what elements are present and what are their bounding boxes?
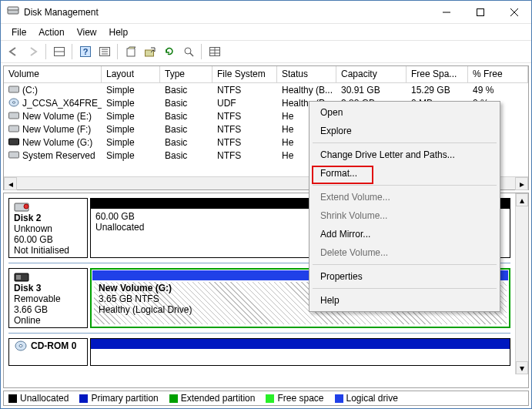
scroll-right-icon[interactable]: ▸ bbox=[515, 177, 528, 190]
menu-action[interactable]: Action bbox=[32, 25, 70, 39]
disk2-size: 60.00 GB bbox=[14, 234, 82, 245]
ctx-extend-volume: Extend Volume... bbox=[311, 188, 498, 206]
cell-layout: Simple bbox=[102, 136, 160, 149]
menu-file[interactable]: File bbox=[5, 25, 32, 39]
close-button[interactable] bbox=[497, 1, 531, 23]
col-percentfree[interactable]: % Free bbox=[468, 66, 528, 82]
cell-type: Basic bbox=[160, 149, 212, 162]
drive-icon bbox=[8, 137, 19, 148]
disk3-info[interactable]: Disk 3 Removable 3.66 GB Online bbox=[8, 268, 88, 328]
cell-pct: 49 % bbox=[468, 83, 528, 96]
cdrom-volume[interactable] bbox=[90, 338, 510, 366]
disk2-type: Unknown bbox=[14, 223, 82, 234]
col-capacity[interactable]: Capacity bbox=[336, 66, 407, 82]
cdrom-info[interactable]: CD-ROM 0 bbox=[8, 338, 88, 366]
ctx-delete-volume: Delete Volume... bbox=[311, 243, 498, 262]
minimize-button[interactable] bbox=[430, 1, 463, 23]
ctx-open[interactable]: Open bbox=[311, 103, 498, 122]
drive-icon bbox=[8, 124, 19, 135]
disk3-size: 3.66 GB bbox=[14, 304, 82, 315]
scroll-up-icon[interactable]: ▴ bbox=[516, 193, 528, 206]
window-title: Disk Management bbox=[24, 7, 430, 18]
legend-logical: Logical drive bbox=[346, 393, 398, 404]
refresh-button[interactable] bbox=[160, 43, 178, 61]
svg-rect-32 bbox=[16, 275, 21, 280]
svg-rect-27 bbox=[9, 139, 19, 145]
scroll-left-icon[interactable]: ◂ bbox=[4, 177, 17, 190]
cdrom-name: CD-ROM 0 bbox=[31, 340, 76, 351]
svg-rect-22 bbox=[9, 86, 19, 92]
cell-type: Basic bbox=[160, 96, 212, 109]
cell-fs: NTFS bbox=[212, 109, 277, 122]
ctx-explore[interactable]: Explore bbox=[311, 122, 498, 140]
titlebar: Disk Management bbox=[1, 1, 531, 24]
cell-layout: Simple bbox=[102, 83, 160, 96]
svg-point-30 bbox=[24, 204, 28, 209]
cell-fs: NTFS bbox=[212, 136, 277, 149]
cell-layout: Simple bbox=[102, 122, 160, 136]
cell-type: Basic bbox=[160, 136, 212, 149]
legend-extended: Extended partition bbox=[181, 393, 256, 404]
back-button[interactable] bbox=[5, 43, 22, 61]
svg-line-17 bbox=[190, 53, 193, 56]
toolbar: ? bbox=[1, 40, 531, 63]
create-vhd-button[interactable] bbox=[122, 43, 139, 61]
drive-icon bbox=[8, 111, 19, 122]
forward-button[interactable] bbox=[24, 43, 42, 61]
cell-volume: System Reserved bbox=[22, 150, 95, 161]
col-volume[interactable]: Volume bbox=[4, 66, 102, 82]
col-status[interactable]: Status bbox=[277, 66, 336, 82]
view-split-button[interactable] bbox=[50, 43, 68, 61]
col-freespace[interactable]: Free Spa... bbox=[407, 66, 468, 82]
cell-layout: Simple bbox=[102, 149, 160, 162]
col-type[interactable]: Type bbox=[160, 66, 212, 82]
menu-view[interactable]: View bbox=[71, 25, 103, 39]
cell-layout: Simple bbox=[102, 109, 160, 122]
cell-layout: Simple bbox=[102, 96, 160, 109]
disk2-status: Not Initialised bbox=[14, 245, 82, 256]
app-icon bbox=[7, 5, 19, 19]
menu-help[interactable]: Help bbox=[103, 25, 135, 39]
rescan-button[interactable] bbox=[179, 43, 197, 61]
cell-capacity: 30.91 GB bbox=[336, 83, 407, 96]
svg-text:?: ? bbox=[82, 47, 88, 56]
col-layout[interactable]: Layout bbox=[102, 66, 160, 82]
svg-rect-1 bbox=[8, 7, 18, 10]
volume-row[interactable]: (C:)SimpleBasicNTFSHealthy (B...30.91 GB… bbox=[4, 83, 528, 96]
disk-row-cdrom: CD-ROM 0 bbox=[8, 338, 510, 366]
svg-point-24 bbox=[12, 101, 15, 103]
drive-icon bbox=[8, 98, 19, 109]
disk2-info[interactable]: Disk 2 Unknown 60.00 GB Not Initialised bbox=[8, 198, 88, 258]
ctx-change-drive-letter[interactable]: Change Drive Letter and Paths... bbox=[311, 146, 498, 164]
legend-unallocated: Unallocated bbox=[20, 393, 69, 404]
ctx-properties[interactable]: Properties bbox=[311, 267, 498, 286]
svg-rect-25 bbox=[9, 112, 19, 119]
settings-toolbar-button[interactable] bbox=[95, 43, 113, 61]
ctx-help[interactable]: Help bbox=[311, 291, 498, 310]
cell-fs: UDF bbox=[212, 96, 277, 109]
cell-volume: J_CCSA_X64FRE_E... bbox=[22, 98, 102, 109]
ctx-add-mirror[interactable]: Add Mirror... bbox=[311, 225, 498, 243]
scroll-down-icon[interactable]: ▾ bbox=[516, 361, 528, 374]
col-filesystem[interactable]: File System bbox=[212, 66, 277, 82]
help-toolbar-button[interactable]: ? bbox=[76, 43, 94, 61]
ctx-format[interactable]: Format... bbox=[311, 164, 498, 183]
drive-icon bbox=[8, 85, 19, 96]
svg-rect-26 bbox=[9, 126, 19, 132]
svg-point-34 bbox=[19, 344, 22, 347]
graphview-vscroll[interactable]: ▴ ▾ bbox=[515, 193, 528, 374]
svg-rect-3 bbox=[477, 8, 484, 15]
disk3-name: Disk 3 bbox=[14, 283, 82, 293]
disk3-status: Online bbox=[14, 315, 82, 326]
list-toolbar-button[interactable] bbox=[206, 43, 223, 61]
legend: Unallocated Primary partition Extended p… bbox=[3, 391, 529, 406]
cell-fs: NTFS bbox=[212, 122, 277, 136]
cell-volume: (C:) bbox=[22, 85, 38, 96]
cell-status: Healthy (B... bbox=[277, 83, 336, 96]
drive-icon bbox=[8, 150, 19, 161]
attach-vhd-button[interactable] bbox=[141, 43, 159, 61]
disk3-type: Removable bbox=[14, 293, 82, 304]
maximize-button[interactable] bbox=[463, 1, 497, 23]
cell-volume: New Volume (G:) bbox=[22, 137, 92, 148]
svg-rect-28 bbox=[9, 152, 19, 158]
